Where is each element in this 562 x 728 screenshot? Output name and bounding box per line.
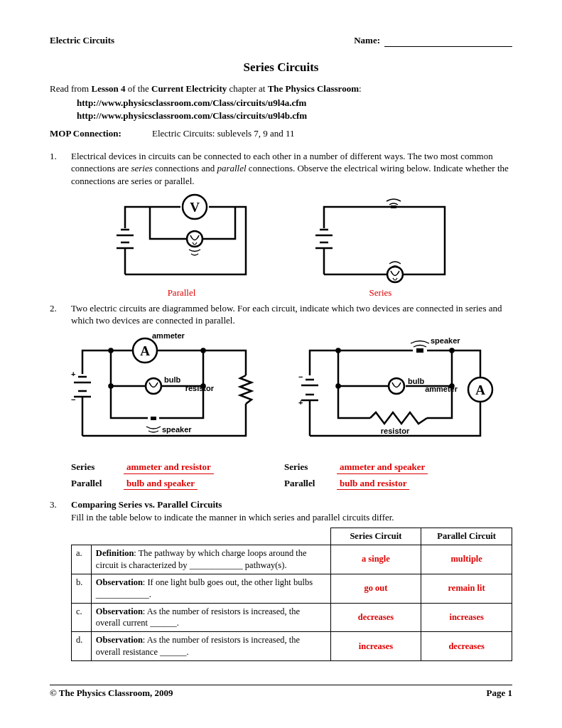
row-letter: c. xyxy=(72,603,92,632)
svg-rect-15 xyxy=(391,205,396,208)
mop-connection: MOP Connection: Electric Circuits: suble… xyxy=(50,127,512,140)
q1-series-word: series xyxy=(131,163,152,173)
q2-answers: Series ammeter and resistor Series ammet… xyxy=(71,461,512,490)
row-letter: d. xyxy=(72,632,92,661)
intro-suffix: : xyxy=(359,83,362,94)
footer-divider xyxy=(50,685,512,685)
svg-point-46 xyxy=(389,378,404,394)
row-parallel-ans: remain lit xyxy=(421,574,512,603)
page-title: Series Circuits xyxy=(50,60,512,76)
intro-site: The Physics Classroom xyxy=(268,83,359,94)
q1-circuit-left: V xyxy=(104,193,260,299)
q1-label-series: Series xyxy=(303,287,459,299)
q2-right-parallel: Parallel bulb and resistor xyxy=(284,477,497,491)
q3-body: Comparing Series vs. Parallel Circuits F… xyxy=(71,498,512,661)
row-desc: Definition: The pathway by which charge … xyxy=(91,545,330,574)
name-label: Name: xyxy=(354,34,380,47)
svg-rect-41 xyxy=(416,348,423,353)
row-series-ans: a single xyxy=(330,545,421,574)
q3-subtext: Fill in the table below to indicate the … xyxy=(71,512,394,523)
answer-right-parallel: bulb and resistor xyxy=(337,477,409,491)
comparison-table: Series Circuit Parallel Circuit a. Defin… xyxy=(71,528,512,661)
q1-body: Electrical devices in circuits can be co… xyxy=(71,150,512,188)
intro-text: Read from Lesson 4 of the Current Electr… xyxy=(50,82,512,95)
svg-point-51 xyxy=(336,384,340,387)
svg-point-34 xyxy=(201,384,205,387)
intro-chapter: Current Electricity xyxy=(151,83,227,94)
table-row: d. Observation: As the number of resisto… xyxy=(72,632,512,661)
question-3: 3. Comparing Series vs. Parallel Circuit… xyxy=(50,498,512,661)
row-series-ans: go out xyxy=(330,574,421,603)
row-series-ans: increases xyxy=(330,632,421,661)
intro-mid1: of the xyxy=(126,83,151,94)
intro-lesson: Lesson 4 xyxy=(91,83,125,94)
svg-text:bulb: bulb xyxy=(408,377,424,385)
footer-copyright: © The Physics Classroom, 2009 xyxy=(50,687,173,700)
row-desc: Observation: As the number of resistors … xyxy=(91,632,330,661)
svg-text:V: V xyxy=(190,200,200,215)
q3-heading: Comparing Series vs. Parallel Circuits xyxy=(71,499,222,510)
svg-point-31 xyxy=(109,348,112,352)
label-parallel: Parallel xyxy=(71,477,114,490)
footer-page-number: Page 1 xyxy=(487,687,512,700)
q2-body: Two electric circuits are diagrammed bel… xyxy=(71,302,512,327)
table-row: a. Definition: The pathway by which char… xyxy=(72,545,512,574)
q1-diagrams: V xyxy=(50,193,512,299)
mop-label: MOP Connection: xyxy=(50,128,121,139)
q2-number: 2. xyxy=(50,302,63,327)
q2-circuit-right-icon: − + speaker A ammeter bulb resistor xyxy=(288,333,502,454)
question-1: 1. Electrical devices in circuits can be… xyxy=(50,150,512,188)
row-desc: Observation: As the number of resistors … xyxy=(91,603,330,632)
svg-text:A: A xyxy=(140,343,150,358)
label-parallel-r: Parallel xyxy=(284,477,327,490)
q1-parallel-word: parallel xyxy=(217,163,246,173)
svg-point-49 xyxy=(336,348,340,352)
mop-text: Electric Circuits: sublevels 7, 9 and 11 xyxy=(152,128,295,139)
answer-right-series: ammeter and speaker xyxy=(337,461,428,474)
table-row: c. Observation: As the number of resisto… xyxy=(72,603,512,632)
q1-circuit-right: Series xyxy=(303,193,459,299)
svg-text:resistor: resistor xyxy=(380,427,409,435)
q1-text-b: connections and xyxy=(153,163,217,173)
header-left: Electric Circuits xyxy=(50,34,114,47)
parallel-circuit-icon: V xyxy=(104,193,260,285)
svg-rect-29 xyxy=(151,417,156,420)
row-parallel-ans: increases xyxy=(421,603,512,632)
svg-text:+: + xyxy=(298,398,303,407)
label-series-r: Series xyxy=(284,461,327,473)
name-field: Name: xyxy=(354,34,512,47)
svg-text:speaker: speaker xyxy=(162,425,192,434)
th-series: Series Circuit xyxy=(330,528,421,545)
q2-left-parallel: Parallel bulb and speaker xyxy=(71,477,284,491)
question-2: 2. Two electric circuits are diagrammed … xyxy=(50,302,512,327)
row-parallel-ans: decreases xyxy=(421,632,512,661)
svg-point-32 xyxy=(201,348,205,352)
svg-text:A: A xyxy=(475,382,485,397)
answer-left-series: ammeter and resistor xyxy=(124,461,214,474)
svg-point-52 xyxy=(450,384,453,387)
q2-circuit-left-icon: + − A ammeter resistor bulb speaker xyxy=(61,333,267,454)
row-series-ans: decreases xyxy=(330,603,421,632)
q2-left-series: Series ammeter and resistor xyxy=(71,461,284,474)
table-header-row: Series Circuit Parallel Circuit xyxy=(72,528,512,545)
svg-point-33 xyxy=(109,384,112,387)
label-series: Series xyxy=(71,461,114,473)
q1-label-parallel: Parallel xyxy=(104,287,260,299)
svg-text:ammeter: ammeter xyxy=(152,333,185,340)
page-footer: © The Physics Classroom, 2009 Page 1 xyxy=(50,687,512,700)
svg-text:−: − xyxy=(298,373,303,381)
svg-text:speaker: speaker xyxy=(431,336,460,345)
table-row: b. Observation: If one light bulb goes o… xyxy=(72,574,512,603)
q1-number: 1. xyxy=(50,150,63,188)
intro-mid2: chapter at xyxy=(227,83,267,94)
name-blank-line[interactable] xyxy=(384,37,512,47)
reference-links: http://www.physicsclassroom.com/Class/ci… xyxy=(77,97,512,122)
svg-point-50 xyxy=(450,348,453,352)
row-letter: a. xyxy=(72,545,92,574)
row-letter: b. xyxy=(72,574,92,603)
row-desc: Observation: If one light bulb goes out,… xyxy=(91,574,330,603)
q2-diagrams: + − A ammeter resistor bulb speaker xyxy=(50,333,512,454)
svg-text:−: − xyxy=(71,395,75,404)
svg-text:bulb: bulb xyxy=(164,375,180,384)
series-circuit-icon xyxy=(303,193,459,285)
